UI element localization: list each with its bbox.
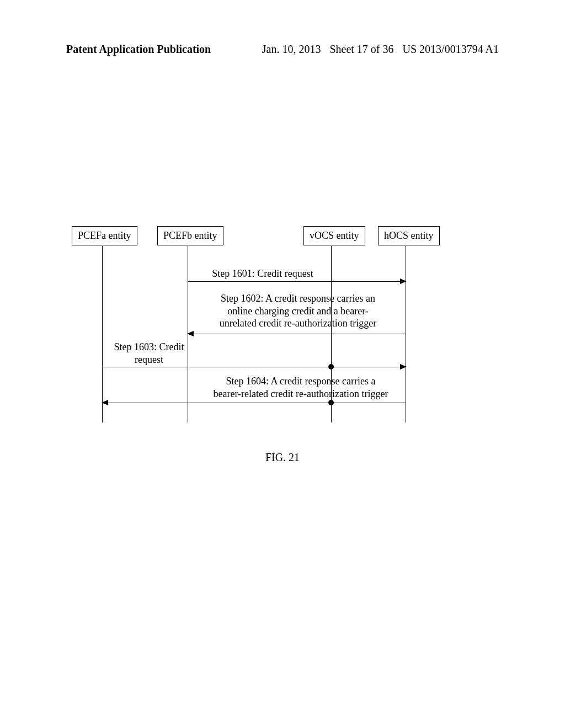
msg-1602-line3: unrelated credit re-authorization trigge…	[220, 318, 376, 329]
msg-1604-arrow	[108, 403, 406, 403]
header-date: Jan. 10, 2013	[262, 43, 321, 56]
msg-1604-line1: Step 1604: A credit response carries a	[226, 376, 376, 387]
msg-1603-label: Step 1603: Credit request	[110, 341, 188, 366]
msg-1602-line1: Step 1602: A credit response carries an	[221, 293, 375, 304]
entity-vocs: vOCS entity	[303, 226, 365, 245]
msg-1603-line1: Step 1603: Credit	[114, 341, 184, 352]
header-sheet: Sheet 17 of 36	[329, 43, 393, 56]
figure-caption: FIG. 21	[0, 451, 565, 464]
msg-1602-arrow	[193, 334, 406, 334]
msg-1603-arrow	[103, 367, 401, 367]
header-publication-type: Patent Application Publication	[66, 43, 211, 56]
msg-1604-line2: bearer-related credit re-authorization t…	[214, 388, 388, 399]
sequence-diagram: PCEFa entity PCEFb entity vOCS entity hO…	[72, 226, 447, 425]
msg-1602-arrowhead	[187, 331, 194, 336]
entity-pcefb: PCEFb entity	[157, 226, 223, 245]
page-header: Patent Application Publication Jan. 10, …	[0, 43, 565, 56]
msg-1601-arrow	[188, 281, 401, 282]
msg-1603-line2: request	[135, 354, 163, 365]
page: Patent Application Publication Jan. 10, …	[0, 0, 565, 728]
header-pubnum: US 2013/0013794 A1	[403, 43, 499, 56]
msg-1602-line2: online charging credit and a bearer-	[227, 306, 369, 317]
msg-1602-label: Step 1602: A credit response carries an …	[204, 292, 392, 330]
msg-1603-vocs-dot	[328, 364, 334, 370]
msg-1604-label: Step 1604: A credit response carries a b…	[190, 375, 411, 400]
msg-1601-label: Step 1601: Credit request	[202, 267, 323, 280]
entity-pcefa: PCEFa entity	[72, 226, 137, 245]
msg-1604-vocs-dot	[328, 400, 334, 405]
entity-hocs: hOCS entity	[378, 226, 440, 245]
lifeline-pcefa	[102, 246, 103, 422]
msg-1604-arrowhead	[102, 400, 108, 405]
msg-1603-arrowhead	[400, 364, 407, 370]
msg-1601-arrowhead	[400, 279, 407, 284]
